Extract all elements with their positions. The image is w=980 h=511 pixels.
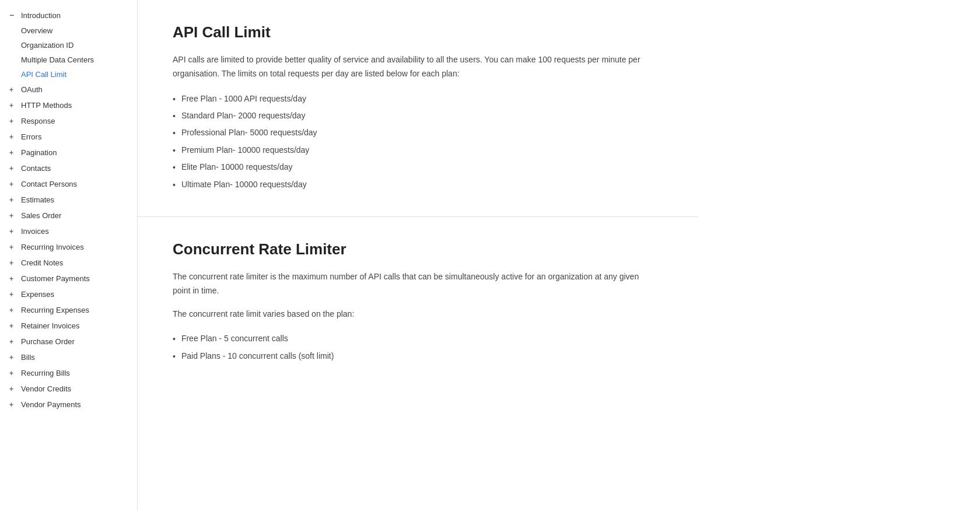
sidebar-item-purchase-order[interactable]: + Purchase Order [0,334,137,349]
sidebar-item-sales-order[interactable]: + Sales Order [0,208,137,223]
sidebar-item-sales-order-label: Sales Order [21,211,61,220]
sidebar-item-recurring-bills-label: Recurring Bills [21,369,70,377]
sidebar-introduction-children: Overview Organization ID Multiple Data C… [0,23,137,82]
section-concurrent-rate-limiter: Concurrent Rate Limiter The concurrent r… [138,217,698,388]
sidebar-item-vendor-credits[interactable]: + Vendor Credits [0,381,137,397]
list-item: Professional Plan- 5000 requests/day [173,124,651,141]
plus-icon: + [9,401,16,409]
sidebar-item-vendor-payments-label: Vendor Payments [21,400,81,409]
plus-icon: + [9,243,16,251]
sidebar-item-oauth-label: OAuth [21,85,43,94]
plus-icon: + [9,102,16,110]
sidebar-item-response[interactable]: + Response [0,113,137,129]
minus-icon: − [9,10,16,20]
sidebar-item-recurring-bills[interactable]: + Recurring Bills [0,365,137,381]
sidebar-item-bills-label: Bills [21,353,35,362]
plus-icon: + [9,259,16,267]
sidebar-item-http-methods-label: HTTP Methods [21,101,72,110]
sidebar-item-contact-persons[interactable]: + Contact Persons [0,176,137,192]
sidebar-item-contact-persons-label: Contact Persons [21,180,77,188]
sidebar-item-expenses-label: Expenses [21,290,54,299]
sidebar-item-introduction-label: Introduction [21,11,61,20]
plus-icon: + [9,164,16,173]
sidebar-item-customer-payments-label: Customer Payments [21,274,90,283]
sidebar-item-recurring-invoices-label: Recurring Invoices [21,243,84,251]
plus-icon: + [9,385,16,393]
plus-icon: + [9,338,16,346]
sidebar-item-bills[interactable]: + Bills [0,349,137,365]
list-item: Paid Plans - 10 concurrent calls (soft l… [173,348,651,365]
sidebar-item-credit-notes-label: Credit Notes [21,258,63,267]
list-item: Elite Plan- 10000 requests/day [173,159,651,176]
list-item: Free Plan - 5 concurrent calls [173,330,651,347]
plus-icon: + [9,228,16,236]
plus-icon: + [9,133,16,141]
plus-icon: + [9,369,16,377]
sidebar-item-invoices-label: Invoices [21,227,49,236]
plus-icon: + [9,180,16,188]
sidebar-item-purchase-order-label: Purchase Order [21,337,75,346]
sidebar: − Introduction Overview Organization ID … [0,0,138,511]
sidebar-item-errors[interactable]: + Errors [0,129,137,145]
sidebar-item-recurring-invoices[interactable]: + Recurring Invoices [0,239,137,255]
plus-icon: + [9,196,16,204]
section-intro-api-call-limit: API calls are limited to provide better … [173,53,651,81]
plus-icon: + [9,354,16,362]
section-api-call-limit: API Call Limit API calls are limited to … [138,0,698,217]
sidebar-sub-api-call-limit[interactable]: API Call Limit [0,67,137,82]
concurrent-rate-limit-list: Free Plan - 5 concurrent calls Paid Plan… [173,330,651,365]
sidebar-item-recurring-expenses-label: Recurring Expenses [21,306,89,314]
sidebar-item-estimates-label: Estimates [21,195,54,204]
sidebar-item-vendor-payments[interactable]: + Vendor Payments [0,397,137,412]
section-intro-concurrent: The concurrent rate limiter is the maxim… [173,270,651,298]
sidebar-sub-organization-id[interactable]: Organization ID [0,38,137,52]
api-call-limit-list: Free Plan - 1000 API requests/day Standa… [173,90,651,193]
main-content: API Call Limit API calls are limited to … [138,0,980,511]
sidebar-item-recurring-expenses[interactable]: + Recurring Expenses [0,302,137,318]
list-item: Premium Plan- 10000 requests/day [173,142,651,159]
sidebar-item-contacts-label: Contacts [21,164,51,173]
plus-icon: + [9,275,16,283]
sidebar-item-estimates[interactable]: + Estimates [0,192,137,208]
sidebar-item-customer-payments[interactable]: + Customer Payments [0,271,137,286]
plus-icon: + [9,86,16,94]
section-title-api-call-limit: API Call Limit [173,23,651,41]
sidebar-item-retainer-invoices-label: Retainer Invoices [21,321,79,330]
plus-icon: + [9,290,16,299]
plus-icon: + [9,149,16,157]
plus-icon: + [9,322,16,330]
section-intro2-concurrent: The concurrent rate limit varies based o… [173,307,651,321]
sidebar-item-expenses[interactable]: + Expenses [0,286,137,302]
sidebar-item-errors-label: Errors [21,132,41,141]
plus-icon: + [9,212,16,220]
sidebar-item-response-label: Response [21,117,55,125]
sidebar-item-contacts[interactable]: + Contacts [0,160,137,176]
sidebar-item-pagination[interactable]: + Pagination [0,145,137,160]
section-title-concurrent-rate-limiter: Concurrent Rate Limiter [173,240,651,258]
sidebar-sub-overview[interactable]: Overview [0,23,137,38]
sidebar-item-vendor-credits-label: Vendor Credits [21,384,71,393]
sidebar-item-invoices[interactable]: + Invoices [0,223,137,239]
plus-icon: + [9,117,16,125]
list-item: Ultimate Plan- 10000 requests/day [173,176,651,193]
list-item: Standard Plan- 2000 requests/day [173,107,651,124]
sidebar-item-retainer-invoices[interactable]: + Retainer Invoices [0,318,137,334]
sidebar-sub-multiple-data-centers[interactable]: Multiple Data Centers [0,52,137,67]
sidebar-item-oauth[interactable]: + OAuth [0,82,137,97]
plus-icon: + [9,306,16,314]
sidebar-item-introduction[interactable]: − Introduction [0,7,137,23]
list-item: Free Plan - 1000 API requests/day [173,90,651,107]
sidebar-item-pagination-label: Pagination [21,148,57,157]
sidebar-item-http-methods[interactable]: + HTTP Methods [0,97,137,113]
sidebar-item-credit-notes[interactable]: + Credit Notes [0,255,137,271]
